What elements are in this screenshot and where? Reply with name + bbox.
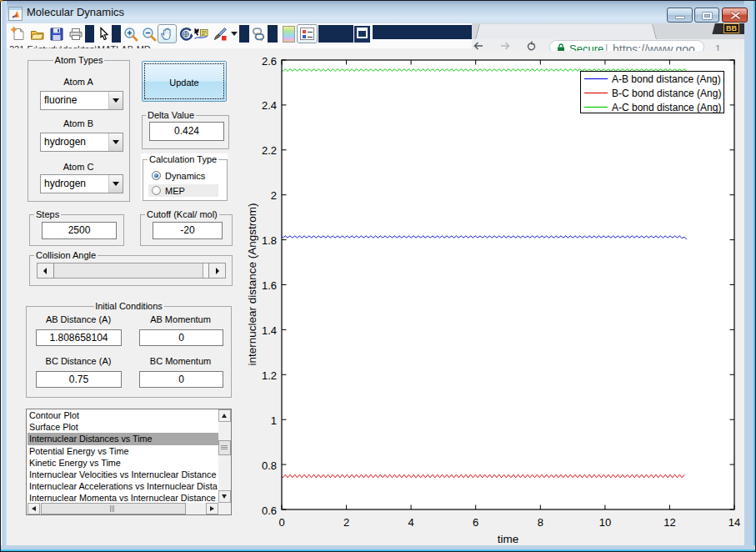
svg-text:0.6: 0.6 [262, 504, 277, 517]
svg-text:2: 2 [271, 189, 277, 202]
svg-text:2.6: 2.6 [262, 55, 277, 68]
svg-text:8: 8 [538, 516, 543, 529]
svg-text:internuclear distance (Angstro: internuclear distance (Angstrom) [246, 203, 258, 365]
svg-text:14: 14 [728, 516, 740, 529]
svg-text:A-B bond distance (Ang): A-B bond distance (Ang) [612, 73, 721, 85]
svg-text:1.4: 1.4 [262, 324, 277, 337]
svg-text:2.4: 2.4 [262, 99, 277, 112]
svg-text:0.8: 0.8 [262, 459, 277, 472]
svg-text:0: 0 [278, 516, 284, 529]
svg-text:1: 1 [271, 414, 277, 427]
svg-text:A-C bond distance (Ang): A-C bond distance (Ang) [612, 102, 721, 113]
svg-text:12: 12 [663, 516, 675, 529]
svg-text:2: 2 [343, 516, 349, 529]
svg-text:time: time [498, 533, 519, 545]
svg-text:1.6: 1.6 [262, 279, 277, 292]
svg-text:1.2: 1.2 [262, 369, 277, 382]
svg-text:4: 4 [408, 516, 413, 529]
svg-text:1.8: 1.8 [262, 234, 277, 247]
svg-text:2.2: 2.2 [262, 144, 277, 157]
svg-text:6: 6 [473, 516, 478, 529]
svg-text:10: 10 [599, 516, 611, 529]
svg-text:B-C bond distance (Ang): B-C bond distance (Ang) [612, 88, 721, 99]
